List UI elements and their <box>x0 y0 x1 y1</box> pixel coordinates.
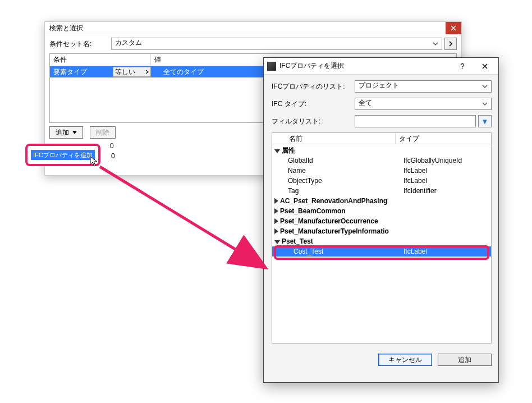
close-icon <box>481 63 488 70</box>
chevron-down-icon <box>481 100 489 108</box>
svg-line-0 <box>100 167 264 267</box>
chevron-down-icon <box>481 83 489 90</box>
chevron-down-icon <box>72 131 77 134</box>
condition-label: 要素タイプ <box>50 67 112 77</box>
app-icon <box>267 62 276 71</box>
annotation-highlight: IFCプロパティを追加 <box>25 144 100 166</box>
disclosure-closed-icon <box>274 228 278 234</box>
condset-value: カスタム <box>115 39 142 47</box>
tree-group[interactable]: AC_Pset_RenovationAndPhasing <box>272 196 491 206</box>
dialog-add-button[interactable]: 追加 <box>438 354 492 366</box>
titlebar: 検索と選択 <box>45 22 461 34</box>
add-button[interactable]: 追加 <box>49 126 83 139</box>
filter-input[interactable] <box>355 115 476 127</box>
disclosure-closed-icon <box>274 198 278 204</box>
tree-leaf-selected[interactable]: Cost_Test IfcLabel <box>272 246 491 257</box>
tree-group[interactable]: Pset_ManufacturerOccurrence <box>272 216 491 226</box>
tree-group[interactable]: Pset_BeamCommon <box>272 206 491 216</box>
tree-group[interactable]: Pset_ManufacturerTypeInformatio <box>272 226 491 236</box>
condition-operator-select[interactable]: 等しい <box>113 67 151 77</box>
filter-label: フィルタリスト: <box>272 117 355 126</box>
tree-leaf[interactable]: NameIfcLabel <box>272 166 491 176</box>
cond-header-criteria[interactable]: 条件 <box>50 54 151 66</box>
ifc-property-dialog: IFCプロパティを選択 ? IFCプロパティのリスト: プロジェクト IFC タ… <box>263 57 499 383</box>
close-button[interactable] <box>446 22 461 34</box>
tree-group-pset-test[interactable]: Pset_Test <box>272 236 491 246</box>
tree-leaf[interactable]: ObjectTypeIfcLabel <box>272 176 491 186</box>
window-title: 検索と選択 <box>49 22 83 34</box>
col-type-header[interactable]: タイプ <box>396 133 491 144</box>
dialog-titlebar: IFCプロパティを選択 ? <box>264 58 498 75</box>
tree-leaf[interactable]: TagIfcIdentifier <box>272 186 491 196</box>
disclosure-open-icon <box>274 240 280 244</box>
property-list-label: IFCプロパティのリスト: <box>272 82 355 91</box>
delete-button[interactable]: 削除 <box>90 126 116 139</box>
add-ifc-property-menuitem[interactable]: IFCプロパティを追加 <box>31 150 95 160</box>
dialog-close-button[interactable] <box>474 58 496 74</box>
property-tree[interactable]: 名前 タイプ 属性 GlobalIdIfcGloballyUniqueId Na… <box>272 132 492 344</box>
help-button[interactable]: ? <box>451 58 474 74</box>
cursor-icon <box>90 156 99 167</box>
tree-leaf[interactable]: GlobalIdIfcGloballyUniqueId <box>272 155 491 166</box>
chevron-right-icon <box>448 41 453 47</box>
help-icon: ? <box>460 62 465 71</box>
editable-value: 0 <box>111 152 115 160</box>
chevron-down-icon <box>432 40 439 48</box>
stray-count: 0 <box>110 142 114 150</box>
disclosure-closed-icon <box>274 208 278 214</box>
chevron-right-icon <box>145 70 149 74</box>
property-list-select[interactable]: プロジェクト <box>355 80 492 93</box>
condset-label: 条件セット名: <box>49 39 111 49</box>
col-name-header[interactable]: 名前 <box>272 133 396 144</box>
cancel-button[interactable]: キャンセル <box>378 354 432 366</box>
disclosure-closed-icon <box>274 218 278 224</box>
condset-select[interactable]: カスタム <box>111 38 442 50</box>
funnel-icon: ▼ <box>481 117 489 126</box>
filter-button[interactable]: ▼ <box>478 115 492 127</box>
close-icon <box>451 25 456 31</box>
ifc-type-select[interactable]: 全て <box>355 98 492 110</box>
disclosure-open-icon <box>274 149 280 153</box>
condset-go-button[interactable] <box>444 38 457 50</box>
dialog-title: IFCプロパティを選択 <box>279 61 344 71</box>
ifc-type-label: IFC タイプ: <box>272 99 355 109</box>
tree-group-attributes[interactable]: 属性 <box>272 145 491 155</box>
